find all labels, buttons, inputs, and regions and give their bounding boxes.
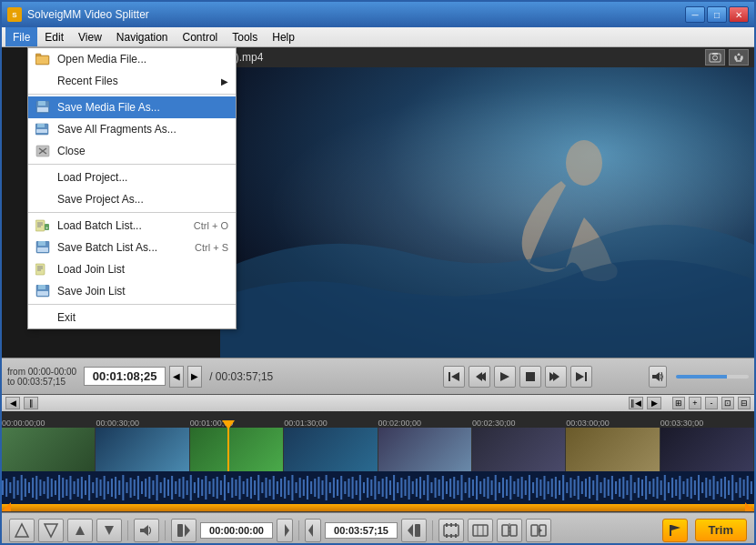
tool-split[interactable] <box>497 519 522 542</box>
menu-save-all-fragments[interactable]: Save All Fragments As... <box>28 118 236 140</box>
tool-add-marker[interactable] <box>67 519 93 542</box>
tool-set-end-left[interactable] <box>305 519 321 542</box>
svg-rect-164 <box>446 481 448 494</box>
volume-btn[interactable] <box>649 366 667 388</box>
svg-rect-156 <box>416 479 418 497</box>
menu-load-join[interactable]: Load Join List <box>28 258 236 280</box>
svg-rect-167 <box>457 480 459 495</box>
timeline-zoom-in[interactable]: + <box>689 397 701 409</box>
timeline-scroll-right[interactable]: ▶ <box>647 397 661 409</box>
volume-slider[interactable] <box>676 375 749 378</box>
tool-set-start[interactable] <box>171 519 197 542</box>
step-to-end-btn[interactable] <box>570 366 592 388</box>
menu-open-media[interactable]: Open Media File... <box>28 48 236 70</box>
menu-navigation[interactable]: Navigation <box>109 27 176 46</box>
menu-recent-files[interactable]: Recent Files ▶ <box>28 70 236 92</box>
title-bar-controls: ─ □ ✕ <box>685 6 749 23</box>
svg-rect-92 <box>175 481 176 494</box>
range-start-marker[interactable] <box>2 502 11 511</box>
step-fwd-btn[interactable] <box>545 366 567 388</box>
time-nav-fwd[interactable]: ▶ <box>187 366 202 388</box>
svg-rect-185 <box>525 480 527 495</box>
svg-rect-80 <box>130 478 132 498</box>
svg-rect-201 <box>585 479 587 497</box>
timeline-view-options[interactable]: ⊡ <box>721 397 734 409</box>
svg-rect-49 <box>13 477 15 499</box>
menu-save-media-as[interactable]: Save Media File As... <box>28 96 236 118</box>
tool-set-end[interactable] <box>401 519 427 542</box>
timeline-play-btn[interactable]: ‖ <box>24 397 38 409</box>
tool-cut-end[interactable] <box>38 519 64 542</box>
menu-edit[interactable]: Edit <box>37 27 71 46</box>
svg-rect-177 <box>495 475 497 500</box>
menu-view[interactable]: View <box>71 27 109 46</box>
svg-rect-236 <box>717 481 719 494</box>
svg-rect-102 <box>213 479 215 497</box>
tool-remove-marker[interactable] <box>96 519 122 542</box>
svg-marker-272 <box>539 528 542 533</box>
svg-rect-196 <box>566 482 568 493</box>
svg-rect-251 <box>177 524 183 537</box>
menu-save-join[interactable]: Save Join List <box>28 280 236 302</box>
svg-rect-262 <box>450 534 452 538</box>
timeline-settings[interactable]: ⊟ <box>738 397 751 409</box>
trim-button[interactable]: Trim <box>695 519 747 541</box>
tool-cut-start[interactable] <box>9 519 35 542</box>
svg-marker-35 <box>451 372 459 381</box>
restore-button[interactable]: □ <box>707 6 727 23</box>
menu-save-project[interactable]: Save Project As... <box>28 188 236 210</box>
svg-rect-46 <box>2 480 4 495</box>
time-nav-back[interactable]: ◀ <box>169 366 184 388</box>
from-to-display: from 00:00-00:00 to 00:03:57;15 <box>7 367 76 387</box>
range-end-marker[interactable] <box>745 502 754 511</box>
timeline-zoom-out[interactable]: - <box>705 397 718 409</box>
timeline-zoom-fit[interactable]: ⊞ <box>672 397 685 409</box>
play-btn[interactable] <box>494 366 516 388</box>
menu-load-batch[interactable]: + Load Batch List... Ctrl + O <box>28 215 236 237</box>
tool-start-nav[interactable] <box>277 519 293 542</box>
menu-load-project[interactable]: Load Project... <box>28 167 236 188</box>
snapshot-btn[interactable] <box>705 49 725 66</box>
svg-rect-193 <box>555 477 557 499</box>
menu-save-batch[interactable]: Save Batch List As... Ctrl + S <box>28 237 236 258</box>
tool-volume[interactable] <box>134 519 159 542</box>
menu-close[interactable]: Close <box>28 140 236 162</box>
svg-rect-103 <box>217 477 218 499</box>
step-to-start-btn[interactable] <box>443 366 465 388</box>
start-time-input[interactable]: 00:00:00:00 <box>200 522 273 539</box>
flag-button[interactable] <box>662 519 688 542</box>
svg-point-31 <box>713 56 718 60</box>
step-back-btn[interactable] <box>469 366 490 388</box>
timeline-scroll-left[interactable]: ◀ <box>5 397 20 409</box>
svg-rect-199 <box>578 476 580 500</box>
svg-rect-59 <box>51 479 53 497</box>
minimize-button[interactable]: ─ <box>685 6 705 23</box>
svg-rect-212 <box>626 480 628 495</box>
svg-rect-117 <box>269 479 271 496</box>
svg-rect-268 <box>510 525 517 536</box>
menu-tools[interactable]: Tools <box>225 27 265 46</box>
svg-rect-128 <box>310 481 312 494</box>
timeline-marker-prev[interactable]: ‖◀ <box>629 397 643 409</box>
menu-help[interactable]: Help <box>265 27 302 46</box>
menu-file[interactable]: File <box>5 27 37 46</box>
svg-rect-187 <box>532 482 534 493</box>
svg-rect-52 <box>25 479 26 497</box>
menu-control[interactable]: Control <box>176 27 226 46</box>
stop-btn[interactable] <box>519 366 541 388</box>
menu-exit[interactable]: Exit <box>28 307 236 328</box>
close-button[interactable]: ✕ <box>729 6 749 23</box>
svg-rect-129 <box>314 479 316 497</box>
tool-export[interactable] <box>526 519 551 542</box>
tool-chapters[interactable] <box>468 519 493 542</box>
tool-filmstrip[interactable] <box>438 519 464 542</box>
svg-rect-112 <box>250 477 252 499</box>
end-time-input[interactable]: 00:03:57;15 <box>325 522 398 539</box>
timeline-range-bar[interactable] <box>2 504 754 511</box>
svg-rect-273 <box>670 525 671 536</box>
recycle-btn[interactable] <box>729 49 749 66</box>
separator-4 <box>28 304 236 305</box>
svg-rect-270 <box>531 525 538 536</box>
playhead[interactable] <box>227 428 229 471</box>
ruler-mark-4: 00:02:00;00 <box>378 419 422 428</box>
